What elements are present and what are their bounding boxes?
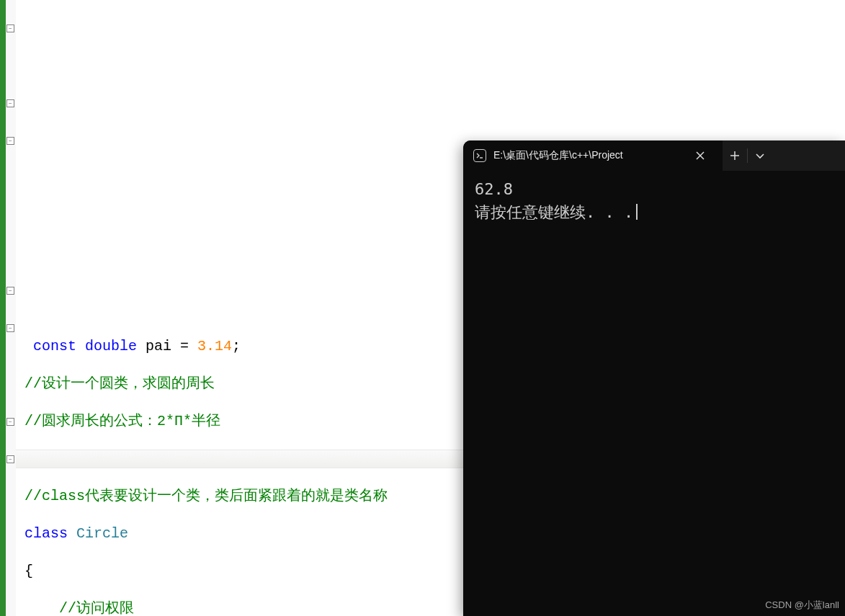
code-text: const [16, 338, 76, 354]
fold-toggle[interactable]: − [6, 287, 14, 295]
code-text: ; [232, 338, 241, 354]
close-tab-button[interactable] [688, 140, 712, 171]
fold-toggle[interactable]: − [6, 418, 14, 426]
terminal-tab-bar: E:\桌面\代码仓库\c++\Project [463, 140, 845, 171]
terminal-window[interactable]: E:\桌面\代码仓库\c++\Project 62.8 请按任意键继续. . . [463, 140, 845, 616]
fold-column [6, 0, 16, 616]
code-text: pai [137, 338, 180, 354]
code-text: Circle [76, 525, 128, 542]
terminal-tab-title: E:\桌面\代码仓库\c++\Project [493, 149, 681, 162]
terminal-cursor [636, 204, 638, 220]
terminal-body[interactable]: 62.8 请按任意键继续. . . [463, 171, 845, 231]
code-text: double [76, 338, 137, 354]
terminal-output-line: 62.8 [475, 178, 833, 201]
watermark: CSDN @小蓝lanll [765, 599, 839, 612]
fold-toggle[interactable]: − [6, 324, 14, 332]
terminal-tab[interactable]: E:\桌面\代码仓库\c++\Project [463, 140, 723, 171]
new-tab-button[interactable] [723, 140, 747, 171]
change-gutter [0, 0, 6, 616]
terminal-icon [473, 149, 486, 162]
code-text: = [180, 338, 189, 354]
fold-toggle[interactable]: − [6, 24, 14, 32]
terminal-prompt-text: 请按任意键继续. . . [475, 203, 633, 221]
tab-dropdown-button[interactable] [748, 140, 772, 171]
fold-toggle[interactable]: − [6, 455, 14, 463]
code-text: class [16, 525, 76, 542]
code-text: 3.14 [189, 338, 232, 354]
fold-toggle[interactable]: − [6, 137, 14, 145]
terminal-output-line: 请按任意键继续. . . [475, 201, 833, 224]
fold-toggle[interactable]: − [6, 99, 14, 107]
